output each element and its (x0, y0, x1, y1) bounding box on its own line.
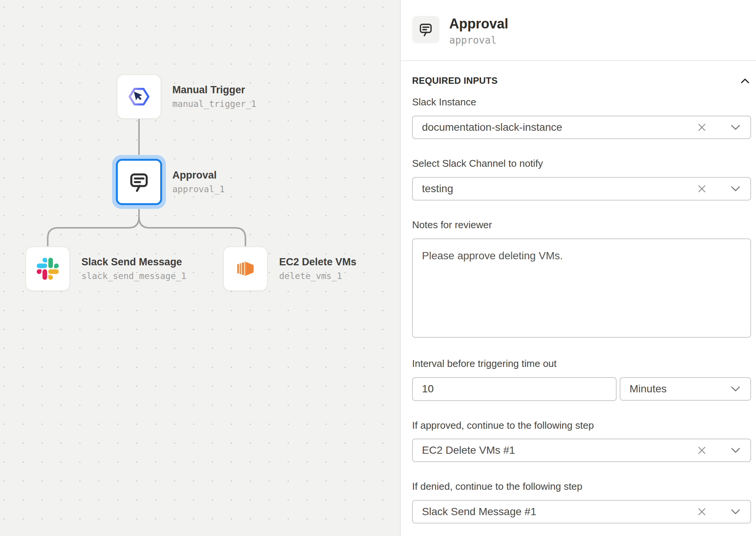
section-collapse-button[interactable] (739, 76, 751, 85)
field-label-slack-channel: Select Slack Channel to notify (412, 158, 751, 169)
node-title: Slack Send Message (81, 257, 186, 268)
x-icon (697, 184, 706, 193)
node-ec2-delete-vms[interactable] (223, 246, 268, 291)
x-icon (697, 446, 706, 455)
node-approval[interactable] (116, 159, 162, 205)
if-approved-step-select[interactable]: EC2 Delete VMs #1 (412, 439, 751, 462)
aws-ec2-icon (234, 257, 257, 280)
interval-unit-value: Minutes (629, 383, 728, 395)
approval-chat-bubble-icon (412, 16, 439, 43)
slack-instance-value: documentation-slack-instance (422, 121, 695, 133)
field-label-notes: Notes for reviewer (412, 219, 751, 231)
workflow-canvas[interactable]: Manual Trigger manual_trigger_1 Approval… (0, 0, 401, 536)
dropdown-button[interactable] (728, 506, 743, 517)
approval-chat-bubble-icon (128, 171, 150, 193)
interval-unit-select[interactable]: Minutes (620, 377, 751, 401)
node-id: manual_trigger_1 (172, 99, 256, 109)
node-id: delete_vms_1 (279, 271, 356, 281)
if-denied-step-value: Slack Send Message #1 (422, 506, 695, 518)
node-approval-selection-halo (112, 155, 166, 209)
dropdown-button[interactable] (728, 183, 743, 194)
edge-approval-to-ec2 (139, 217, 245, 246)
chevron-down-icon (731, 185, 740, 192)
slack-instance-select[interactable]: documentation-slack-instance (412, 116, 751, 139)
x-icon (697, 123, 706, 132)
dropdown-button[interactable] (728, 122, 743, 133)
panel-header: Approval approval (401, 0, 756, 61)
node-title: Approval (172, 170, 225, 181)
node-title: EC2 Delete VMs (279, 257, 356, 268)
node-title: Manual Trigger (172, 85, 256, 96)
x-icon (697, 507, 706, 516)
clear-button[interactable] (695, 505, 709, 519)
node-manual-trigger[interactable] (117, 74, 161, 119)
field-label-if-denied: If denied, continue to the following ste… (412, 481, 751, 492)
edge-approval-to-slack (48, 217, 139, 246)
node-slack-send-message[interactable] (25, 246, 70, 291)
clear-button[interactable] (695, 182, 709, 196)
notes-textarea[interactable]: Please approve deleting VMs. (412, 238, 751, 338)
dropdown-button[interactable] (728, 383, 743, 395)
panel-subtitle: approval (449, 34, 508, 46)
dropdown-button[interactable] (728, 445, 743, 456)
field-label-slack-instance: Slack Instance (412, 97, 751, 108)
manual-trigger-hexagon-cursor-icon (127, 86, 151, 107)
clear-button[interactable] (695, 444, 709, 457)
if-approved-step-value: EC2 Delete VMs #1 (422, 444, 695, 456)
clear-button[interactable] (695, 121, 709, 134)
field-label-if-approved: If approved, continue to the following s… (412, 420, 751, 431)
chevron-up-icon (740, 78, 750, 84)
if-denied-step-select[interactable]: Slack Send Message #1 (412, 500, 751, 523)
chevron-down-icon (731, 124, 740, 131)
step-config-panel: Approval approval REQUIRED INPUTS Slack … (401, 0, 756, 536)
slack-channel-select[interactable]: testing (412, 177, 751, 201)
panel-title: Approval (449, 16, 508, 31)
chevron-down-icon (731, 447, 740, 454)
slack-channel-value: testing (422, 183, 695, 195)
section-title-required-inputs: REQUIRED INPUTS (412, 75, 498, 86)
node-id: slack_send_message_1 (81, 271, 186, 281)
node-id: approval_1 (172, 185, 225, 194)
field-label-interval: Interval before triggering time out (412, 358, 751, 370)
interval-value-input[interactable] (412, 377, 617, 401)
chevron-down-icon (731, 386, 740, 392)
slack-logo-icon (37, 258, 59, 280)
chevron-down-icon (731, 508, 740, 515)
